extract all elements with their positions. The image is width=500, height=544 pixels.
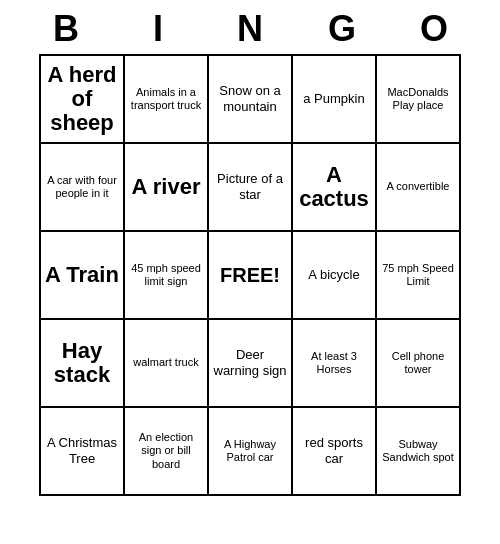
bingo-cell-11[interactable]: 45 mph speed limit sign	[125, 232, 209, 320]
bingo-cell-3[interactable]: a Pumpkin	[293, 56, 377, 144]
bingo-cell-21[interactable]: An election sign or bill board	[125, 408, 209, 496]
bingo-cell-19[interactable]: Cell phone tower	[377, 320, 461, 408]
bingo-cell-4[interactable]: MacDonalds Play place	[377, 56, 461, 144]
bingo-cell-10[interactable]: A Train	[41, 232, 125, 320]
letter-b: B	[24, 8, 108, 50]
bingo-cell-5[interactable]: A car with four people in it	[41, 144, 125, 232]
bingo-cell-9[interactable]: A convertible	[377, 144, 461, 232]
bingo-header: B I N G O	[20, 0, 480, 54]
letter-g: G	[300, 8, 384, 50]
bingo-cell-1[interactable]: Animals in a transport truck	[125, 56, 209, 144]
bingo-cell-17[interactable]: Deer warning sign	[209, 320, 293, 408]
bingo-cell-14[interactable]: 75 mph Speed Limit	[377, 232, 461, 320]
bingo-cell-24[interactable]: Subway Sandwich spot	[377, 408, 461, 496]
bingo-cell-2[interactable]: Snow on a mountain	[209, 56, 293, 144]
bingo-cell-16[interactable]: walmart truck	[125, 320, 209, 408]
bingo-grid: A herd of sheepAnimals in a transport tr…	[39, 54, 461, 496]
bingo-cell-0[interactable]: A herd of sheep	[41, 56, 125, 144]
letter-o: O	[392, 8, 476, 50]
bingo-cell-23[interactable]: red sports car	[293, 408, 377, 496]
bingo-cell-22[interactable]: A Highway Patrol car	[209, 408, 293, 496]
bingo-cell-12[interactable]: FREE!	[209, 232, 293, 320]
bingo-cell-15[interactable]: Hay stack	[41, 320, 125, 408]
bingo-cell-6[interactable]: A river	[125, 144, 209, 232]
letter-i: I	[116, 8, 200, 50]
letter-n: N	[208, 8, 292, 50]
bingo-cell-18[interactable]: At least 3 Horses	[293, 320, 377, 408]
bingo-cell-8[interactable]: A cactus	[293, 144, 377, 232]
bingo-cell-20[interactable]: A Christmas Tree	[41, 408, 125, 496]
bingo-cell-13[interactable]: A bicycle	[293, 232, 377, 320]
bingo-cell-7[interactable]: Picture of a star	[209, 144, 293, 232]
